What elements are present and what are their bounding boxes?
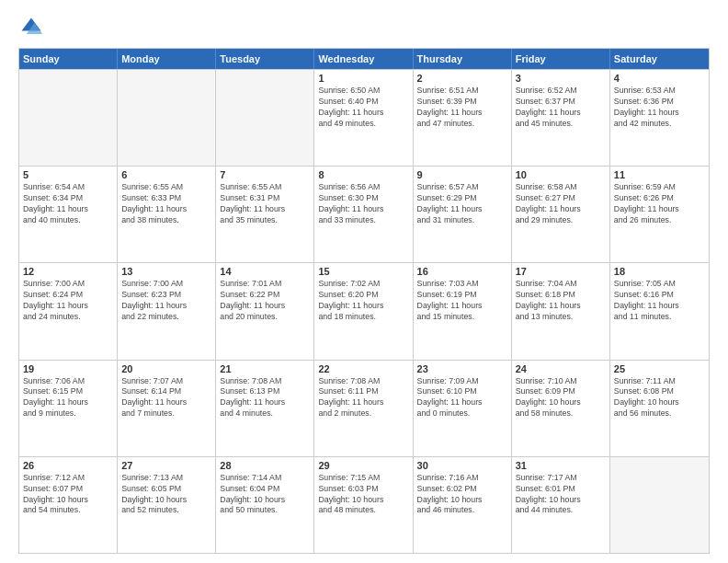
header-day-tuesday: Tuesday: [216, 49, 314, 69]
cell-info: Sunrise: 6:55 AM Sunset: 6:31 PM Dayligh…: [220, 182, 310, 226]
cell-day-number: 5: [23, 169, 113, 180]
calendar-cell: 28Sunrise: 7:14 AM Sunset: 6:04 PM Dayli…: [216, 457, 314, 553]
calendar-cell: [118, 70, 216, 166]
cell-info: Sunrise: 6:55 AM Sunset: 6:33 PM Dayligh…: [121, 182, 211, 226]
calendar-cell: 14Sunrise: 7:01 AM Sunset: 6:22 PM Dayli…: [216, 263, 314, 359]
cell-day-number: 3: [516, 73, 606, 84]
logo: [18, 15, 48, 40]
cell-day-number: 15: [318, 266, 408, 277]
cell-day-number: 21: [220, 363, 310, 374]
cell-day-number: 25: [614, 363, 705, 374]
calendar-cell: 31Sunrise: 7:17 AM Sunset: 6:01 PM Dayli…: [512, 457, 610, 553]
cell-day-number: 14: [220, 266, 310, 277]
cell-day-number: 8: [318, 169, 408, 180]
cell-info: Sunrise: 7:00 AM Sunset: 6:24 PM Dayligh…: [23, 279, 113, 323]
calendar-cell: 3Sunrise: 6:52 AM Sunset: 6:37 PM Daylig…: [512, 70, 610, 166]
cell-day-number: 31: [516, 460, 606, 471]
calendar-cell: 5Sunrise: 6:54 AM Sunset: 6:34 PM Daylig…: [19, 167, 118, 262]
cell-info: Sunrise: 7:10 AM Sunset: 6:09 PM Dayligh…: [516, 376, 606, 420]
calendar-cell: 18Sunrise: 7:05 AM Sunset: 6:16 PM Dayli…: [610, 263, 709, 359]
cell-info: Sunrise: 7:04 AM Sunset: 6:18 PM Dayligh…: [516, 279, 606, 323]
cell-info: Sunrise: 7:17 AM Sunset: 6:01 PM Dayligh…: [516, 473, 606, 517]
cell-day-number: 12: [23, 266, 113, 277]
cell-info: Sunrise: 7:12 AM Sunset: 6:07 PM Dayligh…: [23, 473, 113, 517]
calendar-cell: 13Sunrise: 7:00 AM Sunset: 6:23 PM Dayli…: [118, 263, 216, 359]
calendar-cell: 26Sunrise: 7:12 AM Sunset: 6:07 PM Dayli…: [19, 457, 118, 553]
cell-day-number: 4: [614, 73, 705, 84]
calendar-row-5: 26Sunrise: 7:12 AM Sunset: 6:07 PM Dayli…: [19, 456, 709, 553]
header-day-wednesday: Wednesday: [314, 49, 413, 69]
cell-day-number: 26: [23, 460, 113, 471]
calendar-row-1: 1Sunrise: 6:50 AM Sunset: 6:40 PM Daylig…: [19, 69, 709, 166]
calendar-cell: 7Sunrise: 6:55 AM Sunset: 6:31 PM Daylig…: [216, 167, 314, 262]
cell-info: Sunrise: 7:09 AM Sunset: 6:10 PM Dayligh…: [417, 376, 507, 420]
calendar-cell: 2Sunrise: 6:51 AM Sunset: 6:39 PM Daylig…: [414, 70, 512, 166]
cell-day-number: 1: [318, 73, 408, 84]
header-day-monday: Monday: [118, 49, 216, 69]
calendar-cell: 4Sunrise: 6:53 AM Sunset: 6:36 PM Daylig…: [610, 70, 709, 166]
header-day-saturday: Saturday: [610, 49, 709, 69]
calendar-cell: 30Sunrise: 7:16 AM Sunset: 6:02 PM Dayli…: [414, 457, 512, 553]
calendar-cell: 21Sunrise: 7:08 AM Sunset: 6:13 PM Dayli…: [216, 361, 314, 456]
cell-day-number: 9: [417, 169, 507, 180]
cell-day-number: 11: [614, 169, 705, 180]
header-day-sunday: Sunday: [19, 49, 118, 69]
cell-info: Sunrise: 7:15 AM Sunset: 6:03 PM Dayligh…: [318, 473, 408, 517]
cell-info: Sunrise: 7:02 AM Sunset: 6:20 PM Dayligh…: [318, 279, 408, 323]
cell-day-number: 6: [121, 169, 211, 180]
cell-day-number: 19: [23, 363, 113, 374]
cell-day-number: 27: [121, 460, 211, 471]
cell-info: Sunrise: 7:14 AM Sunset: 6:04 PM Dayligh…: [220, 473, 310, 517]
cell-day-number: 22: [318, 363, 408, 374]
cell-info: Sunrise: 6:52 AM Sunset: 6:37 PM Dayligh…: [516, 86, 606, 130]
logo-icon: [18, 15, 44, 40]
cell-day-number: 17: [516, 266, 606, 277]
calendar-cell: 23Sunrise: 7:09 AM Sunset: 6:10 PM Dayli…: [414, 361, 512, 456]
cell-day-number: 2: [417, 73, 507, 84]
calendar: SundayMondayTuesdayWednesdayThursdayFrid…: [18, 48, 710, 554]
calendar-header: SundayMondayTuesdayWednesdayThursdayFrid…: [19, 49, 709, 69]
cell-info: Sunrise: 6:58 AM Sunset: 6:27 PM Dayligh…: [516, 182, 606, 226]
calendar-cell: 20Sunrise: 7:07 AM Sunset: 6:14 PM Dayli…: [118, 361, 216, 456]
cell-info: Sunrise: 7:07 AM Sunset: 6:14 PM Dayligh…: [121, 376, 211, 420]
calendar-cell: 25Sunrise: 7:11 AM Sunset: 6:08 PM Dayli…: [610, 361, 709, 456]
cell-info: Sunrise: 7:01 AM Sunset: 6:22 PM Dayligh…: [220, 279, 310, 323]
calendar-cell: 1Sunrise: 6:50 AM Sunset: 6:40 PM Daylig…: [314, 70, 413, 166]
calendar-row-2: 5Sunrise: 6:54 AM Sunset: 6:34 PM Daylig…: [19, 166, 709, 262]
calendar-cell: [610, 457, 709, 553]
page: SundayMondayTuesdayWednesdayThursdayFrid…: [0, 0, 728, 563]
calendar-body: 1Sunrise: 6:50 AM Sunset: 6:40 PM Daylig…: [19, 69, 709, 553]
calendar-cell: [19, 70, 118, 166]
calendar-cell: 22Sunrise: 7:08 AM Sunset: 6:11 PM Dayli…: [314, 361, 413, 456]
calendar-row-3: 12Sunrise: 7:00 AM Sunset: 6:24 PM Dayli…: [19, 262, 709, 359]
cell-info: Sunrise: 7:03 AM Sunset: 6:19 PM Dayligh…: [417, 279, 507, 323]
calendar-cell: 24Sunrise: 7:10 AM Sunset: 6:09 PM Dayli…: [512, 361, 610, 456]
cell-day-number: 30: [417, 460, 507, 471]
cell-day-number: 29: [318, 460, 408, 471]
calendar-row-4: 19Sunrise: 7:06 AM Sunset: 6:15 PM Dayli…: [19, 360, 709, 456]
cell-info: Sunrise: 7:06 AM Sunset: 6:15 PM Dayligh…: [23, 376, 113, 420]
cell-day-number: 10: [516, 169, 606, 180]
cell-info: Sunrise: 7:00 AM Sunset: 6:23 PM Dayligh…: [121, 279, 211, 323]
cell-day-number: 7: [220, 169, 310, 180]
header: [18, 15, 710, 40]
calendar-cell: 16Sunrise: 7:03 AM Sunset: 6:19 PM Dayli…: [414, 263, 512, 359]
header-day-friday: Friday: [512, 49, 610, 69]
calendar-cell: 10Sunrise: 6:58 AM Sunset: 6:27 PM Dayli…: [512, 167, 610, 262]
calendar-cell: [216, 70, 314, 166]
cell-info: Sunrise: 7:16 AM Sunset: 6:02 PM Dayligh…: [417, 473, 507, 517]
cell-info: Sunrise: 6:57 AM Sunset: 6:29 PM Dayligh…: [417, 182, 507, 226]
cell-info: Sunrise: 7:13 AM Sunset: 6:05 PM Dayligh…: [121, 473, 211, 517]
calendar-cell: 6Sunrise: 6:55 AM Sunset: 6:33 PM Daylig…: [118, 167, 216, 262]
cell-day-number: 13: [121, 266, 211, 277]
cell-info: Sunrise: 7:08 AM Sunset: 6:11 PM Dayligh…: [318, 376, 408, 420]
calendar-cell: 12Sunrise: 7:00 AM Sunset: 6:24 PM Dayli…: [19, 263, 118, 359]
calendar-cell: 8Sunrise: 6:56 AM Sunset: 6:30 PM Daylig…: [314, 167, 413, 262]
cell-day-number: 16: [417, 266, 507, 277]
cell-info: Sunrise: 7:05 AM Sunset: 6:16 PM Dayligh…: [614, 279, 705, 323]
calendar-cell: 27Sunrise: 7:13 AM Sunset: 6:05 PM Dayli…: [118, 457, 216, 553]
cell-day-number: 23: [417, 363, 507, 374]
cell-day-number: 18: [614, 266, 705, 277]
calendar-cell: 9Sunrise: 6:57 AM Sunset: 6:29 PM Daylig…: [414, 167, 512, 262]
cell-info: Sunrise: 6:59 AM Sunset: 6:26 PM Dayligh…: [614, 182, 705, 226]
